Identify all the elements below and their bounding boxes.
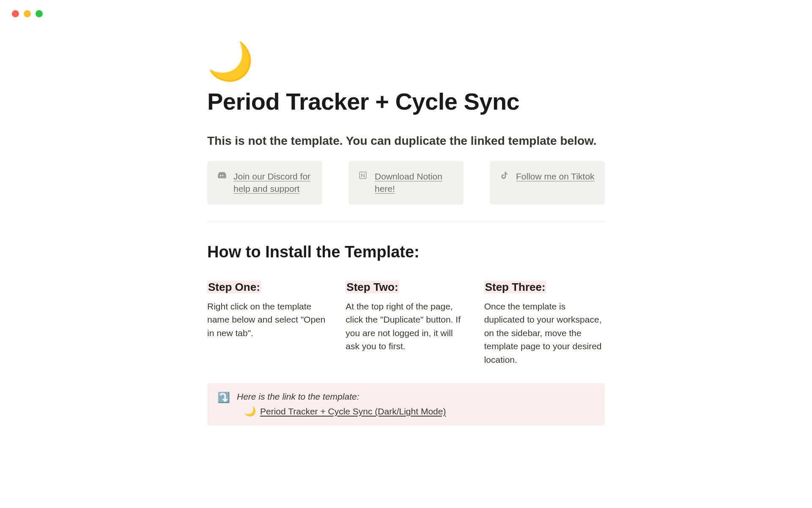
step-three: Step Three: Once the template is duplica… [484, 281, 605, 367]
callout-discord-text: Join our Discord for help and support [233, 170, 313, 195]
page-content: 🌙 Period Tracker + Cycle Sync This is no… [203, 43, 609, 425]
callout-discord[interactable]: Join our Discord for help and support [207, 161, 322, 204]
tiktok-icon [499, 170, 509, 180]
callout-notion-text: Download Notion here! [375, 170, 454, 195]
arrow-down-right-icon: ⤵️ [217, 392, 230, 404]
window-chrome [0, 0, 812, 17]
template-link-callout: ⤵️ Here is the link to the template: 🌙 P… [207, 383, 605, 425]
step-one-body: Right click on the template name below a… [207, 300, 328, 340]
divider [207, 221, 605, 222]
page-icon: 🌙 [207, 43, 254, 80]
window-close-icon[interactable] [12, 10, 19, 17]
template-callout-intro: Here is the link to the template: [237, 392, 595, 402]
moon-icon: 🌙 [244, 406, 256, 417]
template-link-text: Period Tracker + Cycle Sync (Dark/Light … [260, 406, 446, 417]
step-one: Step One: Right click on the template na… [207, 281, 328, 367]
notion-icon [358, 170, 368, 180]
step-three-body: Once the template is duplicated to your … [484, 300, 605, 367]
callout-notion[interactable]: Download Notion here! [348, 161, 464, 204]
page-subtitle: This is not the template. You can duplic… [207, 133, 605, 149]
template-link-row[interactable]: 🌙 Period Tracker + Cycle Sync (Dark/Ligh… [237, 406, 595, 417]
step-one-heading: Step One: [207, 281, 261, 293]
step-three-heading: Step Three: [484, 281, 546, 293]
step-two-body: At the top right of the page, click the … [346, 300, 466, 353]
callout-tiktok-text: Follow me on Tiktok [516, 170, 595, 182]
window-minimize-icon[interactable] [24, 10, 31, 17]
install-title: How to Install the Template: [207, 243, 605, 261]
step-two-heading: Step Two: [346, 281, 399, 293]
callout-row: Join our Discord for help and support Do… [207, 161, 605, 204]
discord-icon [217, 170, 227, 180]
callout-tiktok[interactable]: Follow me on Tiktok [490, 161, 605, 204]
page-title: Period Tracker + Cycle Sync [207, 88, 605, 115]
step-two: Step Two: At the top right of the page, … [346, 281, 466, 367]
steps-row: Step One: Right click on the template na… [207, 281, 605, 367]
window-zoom-icon[interactable] [36, 10, 43, 17]
